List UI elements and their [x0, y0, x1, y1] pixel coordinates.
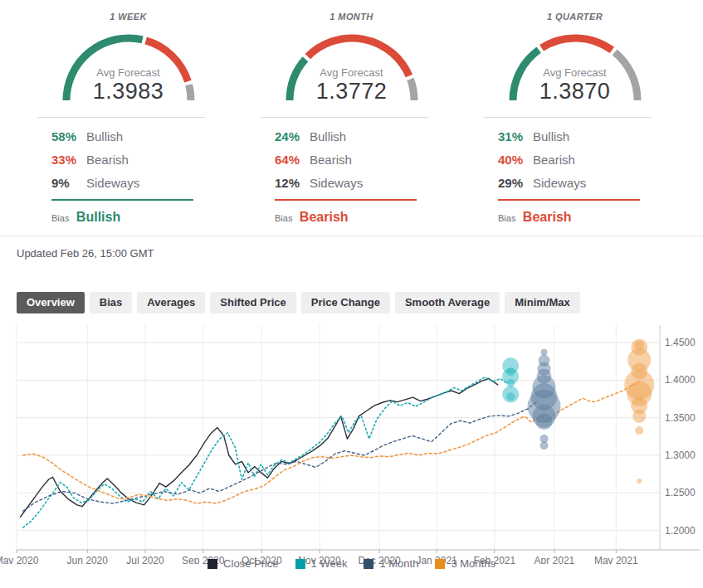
bias-value: Bullish — [76, 210, 120, 224]
bullish-percent: 58% — [51, 129, 86, 143]
bearish-percent: 64% — [275, 153, 310, 167]
tab-averages[interactable]: Averages — [137, 292, 205, 313]
tab-bias[interactable]: Bias — [90, 292, 132, 313]
bearish-label: Bearish — [533, 153, 575, 167]
legend-swatch-icon — [207, 559, 217, 569]
legend-label: 1 Month — [379, 557, 418, 570]
bias-value: Bearish — [300, 210, 349, 224]
tab-smooth-average[interactable]: Smooth Average — [395, 292, 500, 313]
bearish-label: Bearish — [310, 153, 352, 167]
legend-label: 1 Week — [311, 557, 348, 570]
bias-value: Bearish — [523, 210, 572, 224]
y-tick-label: 1.3000 — [665, 450, 696, 461]
tab-shifted-price[interactable]: Shifted Price — [210, 292, 295, 313]
y-tick-label: 1.4500 — [665, 337, 696, 348]
avg-forecast-label: Avg Forecast — [281, 66, 422, 79]
x-tick-label: May 2020 — [0, 555, 39, 564]
bullish-row: 58% Bullish — [51, 129, 193, 143]
bearish-row: 40% Bearish — [498, 153, 640, 167]
gauge: Avg Forecast 1.3772 — [281, 32, 422, 104]
legend-swatch-icon — [435, 559, 445, 569]
sideways-percent: 9% — [51, 176, 86, 190]
sideways-percent: 29% — [498, 176, 533, 190]
bubble-cluster-1-week — [502, 357, 519, 403]
updated-timestamp: Updated Feb 26, 15:00 GMT — [17, 247, 703, 260]
bullish-label: Bullish — [310, 129, 346, 143]
y-tick-label: 1.2500 — [665, 487, 696, 498]
bullish-label: Bullish — [533, 129, 569, 143]
bullish-percent: 31% — [498, 129, 533, 143]
sideways-percent: 12% — [275, 176, 310, 190]
card-title: 1 QUARTER — [463, 12, 686, 22]
x-tick-label: Apr 2021 — [535, 555, 575, 564]
tab-minim-max[interactable]: Minim/Max — [505, 292, 579, 313]
forecast-card-1-quarter: 1 QUARTER Avg Forecast 1.3870 31% Bullis… — [463, 5, 686, 225]
sideways-row: 9% Sideways — [51, 176, 193, 190]
avg-forecast-value: 1.3772 — [281, 79, 422, 104]
x-tick-label: Jul 2020 — [126, 555, 164, 564]
x-tick-label: May 2021 — [594, 555, 638, 564]
tab-overview[interactable]: Overview — [17, 292, 85, 313]
sideways-row: 29% Sideways — [498, 176, 640, 190]
bullish-label: Bullish — [86, 129, 123, 143]
avg-forecast-value: 1.3870 — [505, 79, 646, 104]
section-divider — [0, 236, 703, 236]
sideways-label: Sideways — [86, 176, 139, 190]
avg-forecast-label: Avg Forecast — [505, 66, 646, 79]
chart-tabbar: OverviewBiasAveragesShifted PricePrice C… — [17, 292, 703, 313]
forecast-card-1-month: 1 MONTH Avg Forecast 1.3772 24% Bullish … — [240, 5, 463, 225]
bias-label: Bias — [275, 213, 292, 223]
legend-1-month: 1 Month — [364, 557, 418, 570]
y-tick-label: 1.4000 — [665, 374, 696, 386]
card-title: 1 MONTH — [240, 12, 463, 22]
divider — [484, 117, 652, 118]
forecast-card-1-week: 1 WEEK Avg Forecast 1.3983 58% Bullish 3… — [17, 5, 240, 225]
y-tick-label: 1.2000 — [665, 525, 696, 537]
bubble-cluster-1-month — [528, 349, 561, 450]
legend-1-week: 1 Week — [295, 557, 348, 570]
legend-swatch-icon — [364, 559, 373, 569]
legend-label: 3 Months — [451, 557, 495, 570]
avg-forecast-label: Avg Forecast — [58, 66, 199, 79]
bullish-percent: 24% — [275, 129, 310, 143]
legend-close-price: Close Price — [207, 557, 278, 570]
bearish-percent: 33% — [51, 153, 86, 167]
bias-label: Bias — [498, 213, 515, 223]
forecast-poll-widget: { "updated": "Updated Feb 26, 15:00 GMT"… — [0, 0, 703, 588]
forecast-cards-row: 1 WEEK Avg Forecast 1.3983 58% Bullish 3… — [0, 0, 703, 225]
legend-label: Close Price — [223, 557, 278, 570]
avg-forecast-value: 1.3983 — [58, 79, 199, 104]
tab-price-change[interactable]: Price Change — [301, 292, 390, 313]
bearish-row: 64% Bearish — [275, 153, 417, 167]
legend-swatch-icon — [295, 559, 305, 569]
gauge: Avg Forecast 1.3870 — [505, 32, 646, 104]
bias-rule — [51, 199, 193, 201]
bias-label: Bias — [51, 213, 69, 223]
bubble-cluster-3-months — [624, 338, 654, 484]
bearish-label: Bearish — [86, 153, 129, 167]
legend-3-months: 3 Months — [435, 557, 495, 570]
bias-rule — [275, 199, 417, 201]
gridlines — [17, 325, 660, 550]
forecast-chart[interactable]: 1.45001.40001.35001.30001.25001.2000May … — [0, 322, 703, 564]
sideways-label: Sideways — [533, 176, 586, 190]
bullish-row: 31% Bullish — [498, 129, 640, 143]
divider — [261, 117, 428, 118]
bearish-row: 33% Bearish — [51, 153, 193, 167]
sideways-label: Sideways — [310, 176, 363, 190]
y-tick-label: 1.3500 — [665, 412, 696, 424]
gauge: Avg Forecast 1.3983 — [58, 32, 199, 104]
sideways-row: 12% Sideways — [275, 176, 417, 190]
bearish-percent: 40% — [498, 153, 533, 167]
bullish-row: 24% Bullish — [275, 129, 417, 143]
divider — [37, 117, 205, 118]
bias-rule — [498, 199, 640, 201]
x-tick-label: Jun 2020 — [67, 555, 109, 564]
series-1-week — [23, 377, 507, 527]
card-title: 1 WEEK — [17, 12, 240, 22]
